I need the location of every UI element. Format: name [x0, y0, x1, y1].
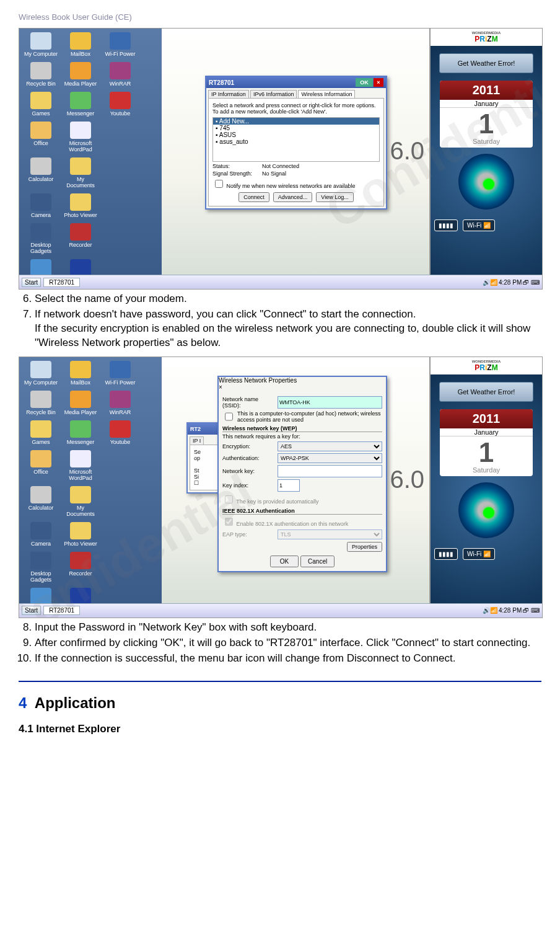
desktop-icon[interactable]: Media Player [63, 391, 98, 415]
center-wallpaper: ≡ 6.0 RT28701 OK × IP InformationIPv6 In… [162, 29, 431, 275]
desktop-icon[interactable]: Recorder [63, 223, 98, 254]
prizm-logo: WONDERMEDIA PRiZM [431, 357, 542, 374]
notify-checkbox[interactable] [215, 180, 223, 188]
connect-button[interactable]: Connect [238, 192, 269, 202]
step-8: Input the Password in "Network Key" box … [35, 621, 541, 635]
key-index-input[interactable] [278, 479, 300, 492]
steps-6-7: Select the name of your modem. If networ… [19, 292, 541, 350]
calendar-widget: 2011 January 1 Saturday [440, 409, 533, 476]
tab[interactable]: IP Information [208, 90, 249, 98]
desktop-icon[interactable] [102, 223, 138, 254]
desktop-icon[interactable] [102, 522, 138, 547]
desktop-icon[interactable]: My Computer [23, 32, 59, 57]
weather-button[interactable]: Get Weather Error! [439, 382, 533, 402]
desktop-icon[interactable]: Office [23, 450, 59, 481]
network-item[interactable]: ▪ 745 [213, 125, 379, 131]
taskbar: Start RT28701 🔊📶 4:28 PM 🗗 ⌨ [19, 603, 542, 618]
sidebar-panel: WONDERMEDIA PRiZM Get Weather Error! 201… [429, 357, 542, 604]
desktop-icon[interactable] [102, 157, 138, 188]
desktop-icon[interactable]: Games [23, 420, 59, 445]
dialog-instruction: Select a network and press connect or ri… [212, 102, 380, 115]
cancel-button[interactable]: Cancel [300, 556, 335, 567]
desktop-icon[interactable]: My Documents [63, 157, 98, 188]
desktop-icon[interactable]: Recycle Bin [23, 391, 59, 415]
screenshot-1: My ComputerMailBoxWi-Fi PowerRecycle Bin… [19, 28, 543, 290]
ok-button[interactable]: OK [356, 78, 373, 87]
desktop-icon[interactable]: Office [23, 122, 59, 153]
advanced-button[interactable]: Advanced... [273, 192, 313, 202]
desktop-icon[interactable]: Recycle Bin [23, 62, 59, 87]
desktop-icon[interactable]: Photo Viewer [63, 193, 98, 218]
desktop-icon[interactable]: Youtube [102, 92, 138, 117]
auth-select[interactable]: WPA2-PSK [278, 453, 382, 463]
desktop-icon[interactable] [102, 486, 138, 517]
desktop-icon[interactable]: My Computer [23, 361, 59, 386]
taskbar-app[interactable]: RT28701 [43, 278, 80, 287]
adhoc-checkbox[interactable] [225, 412, 233, 421]
ssid-input[interactable] [278, 396, 382, 409]
wifi-label: Wi-Fi 📶 [463, 219, 495, 231]
network-item[interactable]: ▪ Add New... [213, 118, 379, 125]
gear-widget [458, 482, 514, 538]
start-button[interactable]: Start [22, 606, 41, 615]
network-item[interactable]: ▪ asus_auto [213, 138, 379, 145]
tab[interactable]: Wireless Information [298, 90, 355, 98]
section-divider [19, 681, 541, 682]
desktop-icon[interactable]: Games [23, 92, 59, 117]
desktop-icon[interactable] [102, 450, 138, 481]
desktop-icon[interactable]: WinRAR [102, 391, 138, 415]
desktop-icon[interactable]: Calculator [23, 486, 59, 517]
network-item[interactable]: ▪ ASUS [213, 131, 379, 138]
start-button[interactable]: Start [22, 278, 41, 287]
desktop-icon[interactable] [102, 193, 138, 218]
steps-8-10: Input the Password in "Network Key" box … [19, 621, 541, 666]
tab[interactable]: IPv6 Information [250, 90, 297, 98]
step-9: After confirmed by clicking "OK", it wil… [35, 636, 541, 650]
battery-icon: ▮▮▮▮ [434, 219, 458, 231]
desktop-icon[interactable]: Desktop Gadgets [23, 552, 59, 583]
desktop-icon[interactable]: Recorder [63, 552, 98, 583]
desktop-icon[interactable]: Wi-Fi Power [102, 32, 138, 57]
desktop-icon[interactable]: Messenger [63, 92, 98, 117]
prizm-logo: WONDERMEDIA PRiZM [431, 29, 542, 46]
ok-button[interactable]: OK [270, 556, 299, 567]
properties-button[interactable]: Properties [347, 542, 382, 552]
weather-button[interactable]: Get Weather Error! [439, 53, 533, 73]
desktop-icon[interactable] [102, 552, 138, 583]
desktop: My ComputerMailBoxWi-Fi PowerRecycle Bin… [19, 357, 162, 604]
encryption-select[interactable]: AES [278, 441, 382, 451]
battery-icon: ▮▮▮▮ [434, 548, 458, 560]
close-icon[interactable]: × [374, 78, 383, 87]
desktop-icon[interactable]: My Documents [63, 486, 98, 517]
desktop-icon[interactable]: Messenger [63, 420, 98, 445]
network-key-input[interactable] [278, 465, 382, 477]
step-7: If network doesn't have password, you ca… [35, 308, 541, 350]
viewlog-button[interactable]: View Log... [316, 192, 353, 202]
desktop-icon[interactable]: Photo Viewer [63, 522, 98, 547]
desktop-icon[interactable] [102, 122, 138, 153]
key-auto-checkbox [225, 495, 233, 503]
desktop-icon[interactable]: Youtube [102, 420, 138, 445]
desktop-icon[interactable]: MailBox [63, 361, 98, 386]
desktop-icon[interactable]: Microsoft WordPad [63, 122, 98, 153]
network-properties-dialog: Wireless Network Properties × Network na… [217, 376, 387, 572]
system-tray: 🔊📶 4:28 PM 🗗 ⌨ [483, 607, 540, 614]
desktop-icon[interactable]: Wi-Fi Power [102, 361, 138, 386]
desktop-icon[interactable]: MailBox [63, 32, 98, 57]
desktop-icon[interactable]: Calculator [23, 157, 59, 188]
desktop-icon[interactable]: Desktop Gadgets [23, 223, 59, 254]
desktop-icon[interactable]: WinRAR [102, 62, 138, 87]
ieee-enable-checkbox [225, 518, 233, 526]
calendar-widget: 2011 January 1 Saturday [440, 81, 533, 148]
subsection-4-1: 4.1 Internet Explorer [19, 723, 541, 735]
network-list[interactable]: ▪ Add New...▪ 745▪ ASUS▪ asus_auto [212, 117, 380, 162]
step-6: Select the name of your modem. [35, 292, 541, 306]
desktop-icon[interactable]: Camera [23, 522, 59, 547]
desktop-icon[interactable]: Microsoft WordPad [63, 450, 98, 481]
taskbar-app[interactable]: RT28701 [43, 606, 80, 615]
desktop-icon[interactable]: Camera [23, 193, 59, 218]
rt28701-dialog: RT28701 OK × IP InformationIPv6 Informat… [205, 76, 387, 210]
wifi-label: Wi-Fi 📶 [463, 548, 495, 560]
desktop-icon[interactable]: Media Player [63, 62, 98, 87]
close-icon[interactable]: × [219, 384, 222, 391]
